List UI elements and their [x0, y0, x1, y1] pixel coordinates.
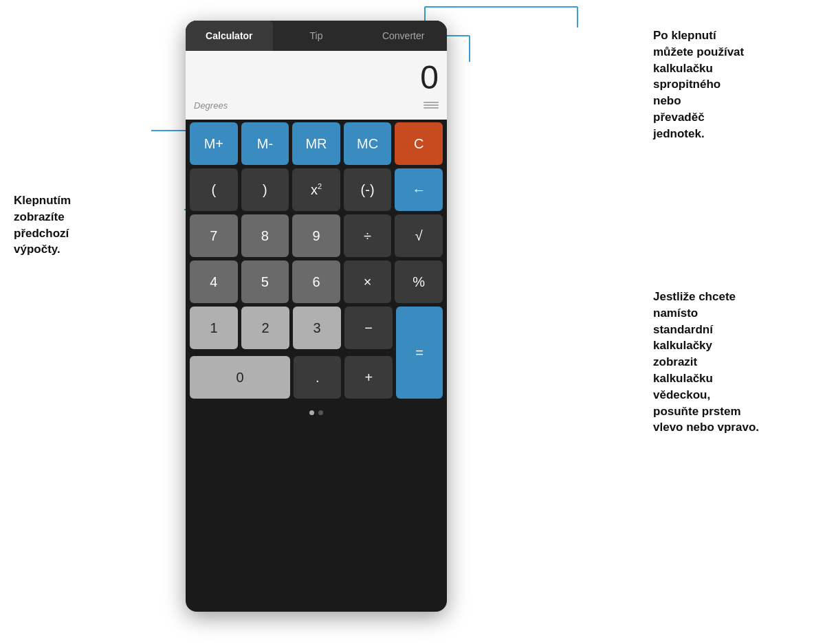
display-area[interactable]: 0 Degrees — [186, 51, 447, 120]
row-789: 7 8 9 ÷ √ — [190, 214, 443, 257]
display-unit: Degrees — [194, 100, 228, 111]
phone-frame: Calculator Tip Converter 0 Degrees M+ — [186, 21, 447, 612]
num-minus-cols: 1 2 3 − 0 — [190, 307, 393, 402]
tab-bar: Calculator Tip Converter — [186, 21, 447, 51]
btn-2[interactable]: 2 — [241, 307, 289, 349]
btn-square[interactable]: x2 — [292, 168, 340, 211]
btn-3[interactable]: 3 — [293, 307, 341, 349]
btn-7[interactable]: 7 — [190, 214, 238, 257]
btn-6[interactable]: 6 — [292, 260, 340, 303]
btn-multiply[interactable]: × — [344, 260, 392, 303]
paren-row: ( ) x2 (-) ← — [190, 168, 443, 211]
row-0dot: 0 . + — [190, 356, 393, 399]
row-456: 4 5 6 × % — [190, 260, 443, 303]
annotation-left: Klepnutím zobrazíte předchozí výpočty. — [14, 192, 151, 258]
btn-mc[interactable]: MC — [344, 122, 392, 165]
btn-sqrt[interactable]: √ — [395, 214, 443, 257]
btn-dot[interactable]: . — [294, 356, 342, 399]
memory-row: M+ M- MR MC C — [190, 122, 443, 165]
btn-divide[interactable]: ÷ — [344, 214, 392, 257]
handle-line-2 — [424, 104, 439, 106]
btn-5[interactable]: 5 — [241, 260, 289, 303]
display-handle — [424, 102, 439, 109]
btn-plus[interactable]: + — [344, 356, 393, 399]
handle-line-3 — [424, 107, 439, 109]
annotation-right-bottom: Jestliže chcete namísto standardní kalku… — [653, 289, 811, 436]
tab-calculator[interactable]: Calculator — [186, 21, 273, 51]
btn-percent[interactable]: % — [395, 260, 443, 303]
display-number: 0 — [194, 58, 439, 98]
btn-minus[interactable]: − — [344, 307, 393, 349]
btn-4[interactable]: 4 — [190, 260, 238, 303]
btn-1[interactable]: 1 — [190, 307, 238, 349]
btn-8[interactable]: 8 — [241, 214, 289, 257]
handle-line-1 — [424, 102, 439, 103]
row-123: 1 2 3 − — [190, 307, 393, 349]
btn-9[interactable]: 9 — [292, 214, 340, 257]
btn-open-paren[interactable]: ( — [190, 168, 238, 211]
tab-converter[interactable]: Converter — [360, 21, 447, 51]
btn-negate[interactable]: (-) — [344, 168, 392, 211]
btn-mr[interactable]: MR — [292, 122, 340, 165]
tab-tip[interactable]: Tip — [273, 21, 360, 51]
btn-backspace[interactable]: ← — [395, 168, 443, 211]
dot-1 — [309, 410, 314, 415]
bottom-rows: 1 2 3 − 0 — [190, 307, 443, 402]
btn-m-plus[interactable]: M+ — [190, 122, 238, 165]
annotation-right-top: Po klepnutí můžete používat kalkulačku s… — [653, 27, 811, 142]
btn-equals[interactable]: = — [396, 307, 443, 399]
btn-close-paren[interactable]: ) — [241, 168, 289, 211]
button-grid: M+ M- MR MC C ( ) x2 — [186, 120, 447, 405]
dot-2 — [318, 410, 323, 415]
btn-clear[interactable]: C — [395, 122, 443, 165]
page-dots — [186, 405, 447, 422]
btn-zero[interactable]: 0 — [190, 356, 290, 399]
btn-m-minus[interactable]: M- — [241, 122, 289, 165]
